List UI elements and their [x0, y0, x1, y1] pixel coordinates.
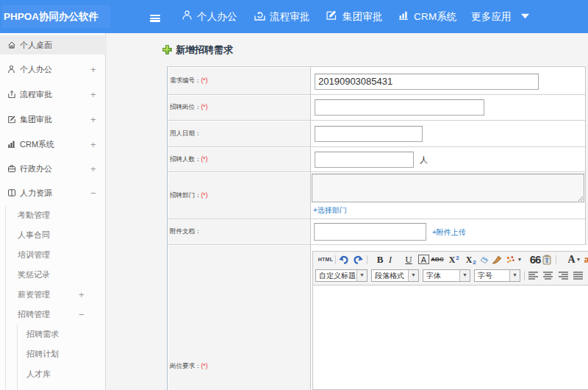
svg-text:T: T — [545, 257, 549, 264]
